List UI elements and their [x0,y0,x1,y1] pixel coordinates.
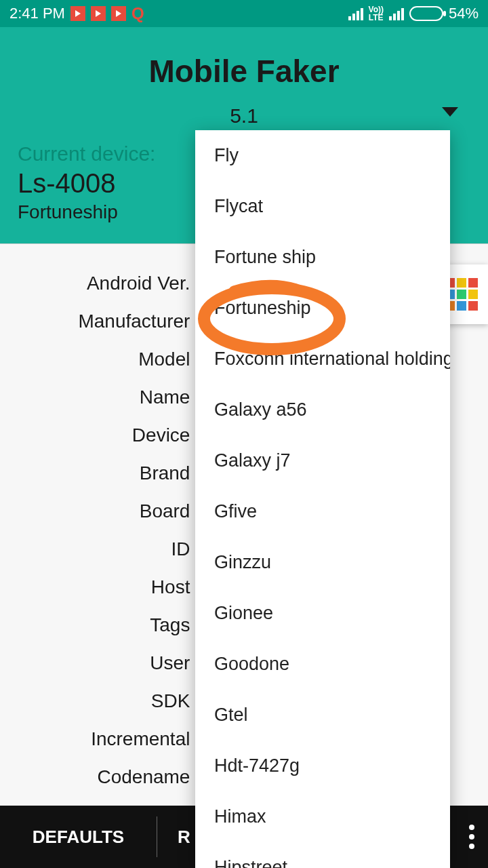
dropdown-item[interactable]: Gfive [195,486,450,537]
notif-play-icon [91,6,106,21]
dropdown-item[interactable]: Himax [195,791,450,842]
volte-icon: Vo))LTE [369,5,384,22]
notif-play-icon [111,6,126,21]
dropdown-item[interactable]: Flycat [195,181,450,232]
field-label: Codename : [0,766,201,788]
more-menu-button[interactable] [469,806,474,868]
dropdown-item[interactable]: Hipstreet [195,842,450,868]
field-label: Model : [0,349,201,370]
field-label: Host : [0,576,201,598]
field-label: Brand : [0,462,201,484]
quora-icon: Q [131,4,144,23]
dropdown-item[interactable]: Hdt-7427g [195,741,450,791]
dropdown-item[interactable]: Goodone [195,639,450,690]
tab-second[interactable]: R [157,827,190,848]
clock-text: 2:41 PM [9,5,65,22]
dropdown-item[interactable]: Ginzzu [195,537,450,588]
app-title: Mobile Faker [0,27,488,100]
signal-icon [348,7,363,20]
field-label: Device : [0,425,201,446]
status-left: 2:41 PM Q [9,4,144,23]
field-label: User : [0,652,201,674]
dropdown-item[interactable]: Gionee [195,588,450,639]
dropdown-item[interactable]: Galaxy j7 [195,435,450,486]
battery-icon [409,6,443,21]
dropdown-item[interactable]: Gtel [195,690,450,741]
notif-play-icon [70,6,85,21]
status-bar: 2:41 PM Q Vo))LTE 54% [0,0,488,27]
battery-text: 54% [449,5,479,22]
status-right: Vo))LTE 54% [348,5,479,22]
field-label: Manufacturer : [0,311,201,332]
signal-icon [389,7,404,20]
field-label: ID : [0,538,201,560]
manufacturer-dropdown-panel: Fly Flycat Fortune ship Fortuneship Foxc… [195,130,450,868]
field-label: Incremental : [0,728,201,750]
version-text: 5.1 [230,104,258,127]
field-label: Name : [0,387,201,408]
dropdown-item-fortuneship[interactable]: Fortuneship [195,283,450,334]
tab-defaults[interactable]: DEFAULTS [0,816,157,857]
field-label: Tags : [0,614,201,636]
field-label: Android Ver. : [0,273,201,294]
chevron-down-icon [442,107,458,117]
dropdown-item[interactable]: Foxconn international holdings [195,334,450,384]
field-label: Board : [0,500,201,522]
dropdown-item[interactable]: Fly [195,130,450,181]
dropdown-item[interactable]: Fortune ship [195,232,450,283]
dropdown-item[interactable]: Galaxy a56 [195,384,450,435]
apps-grid-icon [445,278,478,311]
field-label: SDK : [0,690,201,712]
